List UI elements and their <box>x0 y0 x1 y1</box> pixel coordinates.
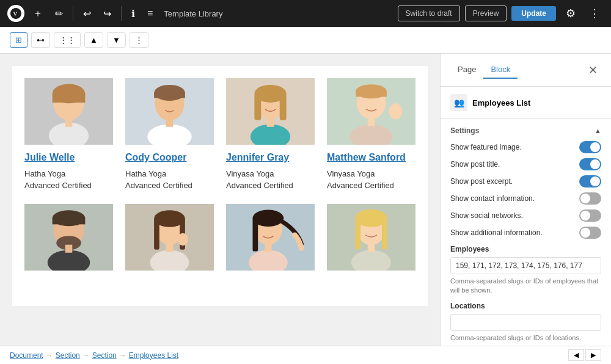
toolbar-right: Switch to draft Preview Update ⚙ ⋮ <box>398 4 604 23</box>
toggle-row-post-title: Show post title. <box>450 158 601 170</box>
svg-rect-50 <box>355 218 360 249</box>
toggle-post-excerpt[interactable] <box>579 175 601 187</box>
toggle-post-title[interactable] <box>579 158 601 170</box>
toggle-row-featured-image: Show featured image. <box>450 141 601 153</box>
toggle-label-1: Show post title. <box>450 160 500 169</box>
redo-button[interactable]: ↪ <box>100 5 115 22</box>
employee-photo-svg <box>125 78 214 145</box>
page-tab[interactable]: Page <box>450 61 483 79</box>
employee-card: Person Seven <box>226 204 315 294</box>
employee-title-jennifer: Vinyasa YogaAdvanced Certified <box>226 168 315 192</box>
settings-collapse-icon[interactable]: ▲ <box>595 127 601 134</box>
employee-photo <box>226 204 315 271</box>
svg-rect-5 <box>65 118 73 127</box>
locations-input[interactable] <box>450 314 601 331</box>
employee-card: Matthew Sanford Vinyasa YogaAdvanced Cer… <box>327 78 415 192</box>
arrow-down-icon: ▼ <box>112 35 120 45</box>
employee-photo-svg <box>24 78 113 145</box>
employee-photo-svg <box>125 204 214 271</box>
drag-handle-button[interactable]: ⋮⋮ <box>54 32 81 48</box>
toggle-contact-info[interactable] <box>579 192 601 205</box>
toggle-label-5: Show additional information. <box>450 228 543 237</box>
toggle-featured-image[interactable] <box>579 141 601 153</box>
canvas[interactable]: Julie Welle Hatha YogaAdvanced Certified <box>0 54 440 346</box>
settings-button[interactable]: ⚙ <box>561 4 580 23</box>
svg-rect-16 <box>280 93 287 120</box>
move-down-button[interactable]: ▼ <box>107 32 126 48</box>
toggle-social-networks[interactable] <box>579 209 601 222</box>
block-more-button[interactable]: ⋮ <box>130 32 148 48</box>
status-bar: Document → Section → Section → Employees… <box>0 346 611 364</box>
update-button[interactable]: Update <box>511 6 556 21</box>
svg-point-40 <box>178 233 188 246</box>
employee-card: Person Six <box>125 204 214 294</box>
employee-card: Jennifer Gray Vinyasa YogaAdvanced Certi… <box>226 78 315 192</box>
breadcrumb-section-2[interactable]: Section <box>92 351 117 360</box>
more-icon: ⋮ <box>135 35 143 45</box>
switch-to-draft-button[interactable]: Switch to draft <box>398 5 460 21</box>
employee-photo <box>125 78 214 145</box>
toggle-row-social-networks: Show social networks. <box>450 209 601 222</box>
template-library-label: Template Library <box>164 9 222 18</box>
toggle-row-post-excerpt: Show post excerpt. <box>450 175 601 187</box>
list-view-button[interactable]: ≡ <box>144 5 156 21</box>
svg-rect-15 <box>254 93 261 120</box>
toggle-row-additional-info: Show additional information. <box>450 227 601 239</box>
employee-photo-svg <box>226 204 315 271</box>
block-tab[interactable]: Block <box>483 61 518 79</box>
panel-close-button[interactable]: ✕ <box>585 62 601 78</box>
svg-rect-11 <box>166 119 174 127</box>
block-label-row: 👥 Employees List <box>441 87 611 119</box>
toggle-label-3: Show contact information. <box>450 194 535 203</box>
toolbar-sep-1 <box>73 6 73 21</box>
scroll-right-button[interactable]: ▶ <box>585 349 601 361</box>
employee-name-cody[interactable]: Cody Cooper <box>125 152 214 163</box>
move-up-button[interactable]: ▲ <box>84 32 103 48</box>
toggle-additional-info[interactable] <box>579 227 601 239</box>
secondary-toolbar: ⊞ ⊷ ⋮⋮ ▲ ▼ ⋮ <box>0 27 611 54</box>
breadcrumb-employees-list[interactable]: Employees List <box>129 351 178 360</box>
undo-button[interactable]: ↩ <box>79 5 95 22</box>
employees-field-label: Employees <box>450 245 601 253</box>
employee-title-matthew: Vinyasa YogaAdvanced Certified <box>327 168 415 192</box>
block-name-label: Employees List <box>472 98 530 107</box>
employee-photo-svg <box>24 204 113 271</box>
align-button[interactable]: ⊷ <box>31 32 50 48</box>
view-grid-icon: ⊞ <box>15 35 22 45</box>
employee-photo <box>24 78 113 145</box>
svg-rect-29 <box>53 218 86 224</box>
view-toggle-button[interactable]: ⊞ <box>10 32 27 48</box>
svg-rect-3 <box>53 93 86 103</box>
employee-name-matthew[interactable]: Matthew Sanford <box>327 152 415 163</box>
employee-photo <box>226 78 315 145</box>
employee-title-cody: Hatha YogaAdvanced Certified <box>125 168 214 192</box>
employee-grid: Julie Welle Hatha YogaAdvanced Certified <box>12 66 428 306</box>
employee-card: Julie Welle Hatha YogaAdvanced Certified <box>24 78 113 192</box>
settings-section: Settings ▲ Show featured image. Show pos… <box>441 119 611 346</box>
employee-photo <box>24 204 113 271</box>
tools-button[interactable]: ✏ <box>51 5 67 22</box>
preview-button[interactable]: Preview <box>465 5 507 21</box>
employee-card: Person Five <box>24 204 113 294</box>
wp-logo <box>7 5 24 22</box>
info-button[interactable]: ℹ <box>128 5 139 22</box>
more-options-button[interactable]: ⋮ <box>585 4 604 23</box>
employee-card: Cody Cooper Hatha YogaAdvanced Certified <box>125 78 214 192</box>
scroll-left-button[interactable]: ◀ <box>568 349 584 361</box>
status-breadcrumb: Document → Section → Section → Employees… <box>10 351 178 360</box>
top-toolbar: ＋ ✏ ↩ ↪ ℹ ≡ Template Library Switch to d… <box>0 0 611 27</box>
svg-rect-39 <box>166 244 174 252</box>
breadcrumb-section-1[interactable]: Section <box>56 351 80 360</box>
add-block-button[interactable]: ＋ <box>29 5 46 23</box>
employee-name-jennifer[interactable]: Jennifer Gray <box>226 152 315 163</box>
employee-name-julie[interactable]: Julie Welle <box>24 152 113 163</box>
svg-rect-53 <box>368 244 375 252</box>
drag-icon: ⋮⋮ <box>59 35 75 45</box>
svg-rect-18 <box>267 118 274 127</box>
employee-title-julie: Hatha YogaAdvanced Certified <box>24 168 113 192</box>
arrow-up-icon: ▲ <box>90 35 98 45</box>
employees-input[interactable] <box>450 257 601 274</box>
breadcrumb-document[interactable]: Document <box>10 351 43 360</box>
align-icon: ⊷ <box>37 35 45 45</box>
svg-rect-44 <box>253 218 258 251</box>
